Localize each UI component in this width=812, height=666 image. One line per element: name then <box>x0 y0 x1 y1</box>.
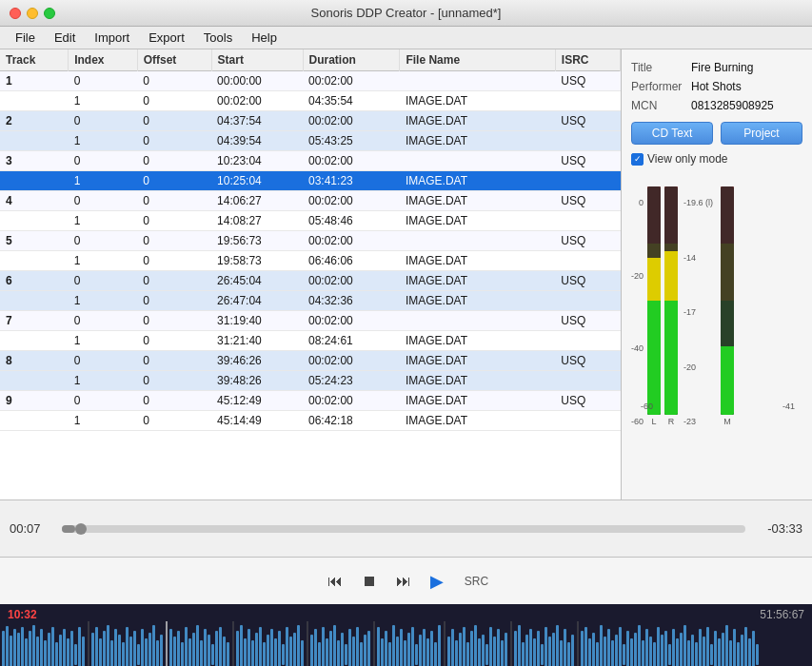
svg-rect-102 <box>356 627 359 666</box>
minimize-button[interactable] <box>27 8 38 19</box>
table-row[interactable]: 1026:47:0404:32:36IMAGE.DAT <box>0 291 621 311</box>
svg-rect-68 <box>215 631 218 666</box>
table-row[interactable]: 1014:08:2705:48:46IMAGE.DAT <box>0 211 621 231</box>
table-row[interactable]: 70031:19:4000:02:00USQ <box>0 311 621 331</box>
svg-rect-162 <box>607 629 610 666</box>
svg-rect-194 <box>729 640 732 666</box>
vu-label-L: L <box>652 417 657 426</box>
svg-rect-6 <box>664 301 678 415</box>
track-table-container[interactable]: Track Index Offset Start Duration File N… <box>0 49 622 500</box>
title-label: Title <box>631 61 683 74</box>
table-row[interactable]: 50019:56:7300:02:00USQ <box>0 231 621 251</box>
svg-rect-18 <box>13 629 16 666</box>
menu-help[interactable]: Help <box>244 29 285 47</box>
menu-import[interactable]: Import <box>87 29 137 47</box>
rewind-button[interactable]: ⏮ <box>324 569 347 594</box>
svg-rect-153 <box>567 642 570 666</box>
maximize-button[interactable] <box>44 8 55 19</box>
menu-edit[interactable]: Edit <box>47 29 83 47</box>
table-row[interactable]: 60026:45:0400:02:00IMAGE.DATUSQ <box>0 271 621 291</box>
svg-rect-21 <box>25 638 28 666</box>
menu-file[interactable]: File <box>8 29 43 47</box>
svg-rect-142 <box>525 635 528 666</box>
svg-rect-9 <box>664 186 678 251</box>
svg-rect-81 <box>270 629 273 666</box>
table-row[interactable]: 30010:23:0400:02:00USQ <box>0 151 621 171</box>
svg-rect-122 <box>438 625 441 666</box>
svg-rect-77 <box>255 633 258 666</box>
table-row[interactable]: 10000:00:0000:02:00USQ <box>0 71 621 91</box>
table-row[interactable]: 1031:21:4008:24:61IMAGE.DAT <box>0 331 621 351</box>
project-button[interactable]: Project <box>721 122 802 145</box>
right-panel: Title Fire Burning Performer Hot Shots M… <box>622 49 812 500</box>
svg-rect-108 <box>385 631 387 666</box>
table-row[interactable]: 1019:58:7306:46:06IMAGE.DAT <box>0 251 621 271</box>
vu-bar-R-svg <box>664 186 678 415</box>
table-row[interactable]: 1000:02:0004:35:54IMAGE.DAT <box>0 91 621 111</box>
svg-rect-93 <box>322 627 325 666</box>
svg-rect-40 <box>103 631 106 666</box>
vu-scale-left: 0 -20 -40 -60 <box>631 198 644 426</box>
table-row[interactable]: 1010:25:0403:41:23IMAGE.DAT <box>0 171 621 191</box>
table-row[interactable]: 90045:12:4900:02:00IMAGE.DATUSQ <box>0 391 621 411</box>
svg-rect-51 <box>145 638 148 666</box>
menu-tools[interactable]: Tools <box>196 29 240 47</box>
time-right: -03:33 <box>755 521 802 536</box>
svg-rect-156 <box>584 627 587 666</box>
svg-rect-197 <box>741 635 743 666</box>
svg-rect-125 <box>455 640 458 666</box>
table-row[interactable]: 40014:06:2700:02:00IMAGE.DATUSQ <box>0 191 621 211</box>
svg-rect-121 <box>434 642 437 666</box>
svg-rect-91 <box>314 629 317 666</box>
svg-rect-42 <box>110 640 113 666</box>
svg-rect-83 <box>278 631 281 666</box>
fast-forward-button[interactable]: ⏭ <box>392 569 415 594</box>
svg-rect-190 <box>714 631 717 666</box>
vu-bar-L-svg <box>647 186 661 415</box>
svg-rect-152 <box>564 629 566 666</box>
vu-bar-M-svg <box>721 186 734 415</box>
play-button[interactable]: ▶ <box>426 567 447 596</box>
table-row[interactable]: 1004:39:5405:43:25IMAGE.DAT <box>0 131 621 151</box>
table-row[interactable]: 20004:37:5400:02:00IMAGE.DATUSQ <box>0 111 621 131</box>
view-only-checkbox[interactable]: ✓ <box>631 153 644 166</box>
svg-rect-75 <box>248 629 250 666</box>
svg-rect-185 <box>695 642 698 666</box>
svg-rect-193 <box>725 625 728 666</box>
cd-text-button[interactable]: CD Text <box>631 122 713 145</box>
svg-rect-144 <box>533 638 536 666</box>
svg-rect-61 <box>188 638 191 666</box>
svg-rect-135 <box>493 637 496 666</box>
svg-rect-155 <box>581 631 584 666</box>
svg-rect-66 <box>208 635 210 666</box>
svg-rect-32 <box>67 638 69 666</box>
track-table: Track Index Offset Start Duration File N… <box>0 49 621 431</box>
menu-export[interactable]: Export <box>141 29 192 47</box>
svg-rect-16 <box>6 626 9 666</box>
svg-rect-71 <box>227 642 229 666</box>
svg-rect-169 <box>634 633 637 666</box>
svg-rect-72 <box>236 631 239 666</box>
svg-rect-57 <box>173 637 176 666</box>
waveform-area[interactable]: 10:32 51:56:67 <box>0 604 812 666</box>
table-row[interactable]: 1045:14:4906:42:18IMAGE.DAT <box>0 411 621 431</box>
svg-rect-198 <box>744 627 747 666</box>
progress-bar[interactable] <box>62 525 745 533</box>
svg-rect-4 <box>647 186 661 258</box>
svg-rect-148 <box>548 637 551 666</box>
svg-rect-175 <box>657 627 660 666</box>
svg-rect-139 <box>514 631 517 666</box>
svg-rect-46 <box>126 627 129 666</box>
svg-rect-120 <box>430 631 433 666</box>
svg-rect-118 <box>423 629 426 666</box>
performer-value: Hot Shots <box>691 80 742 93</box>
svg-rect-157 <box>588 638 591 666</box>
close-button[interactable] <box>10 8 21 19</box>
stop-button[interactable]: ⏹ <box>358 569 381 594</box>
svg-rect-154 <box>571 635 574 666</box>
title-value: Fire Burning <box>691 61 753 74</box>
table-row[interactable]: 80039:46:2600:02:00IMAGE.DATUSQ <box>0 351 621 371</box>
svg-rect-69 <box>219 627 222 666</box>
svg-rect-67 <box>211 644 214 665</box>
table-row[interactable]: 1039:48:2605:24:23IMAGE.DAT <box>0 371 621 391</box>
